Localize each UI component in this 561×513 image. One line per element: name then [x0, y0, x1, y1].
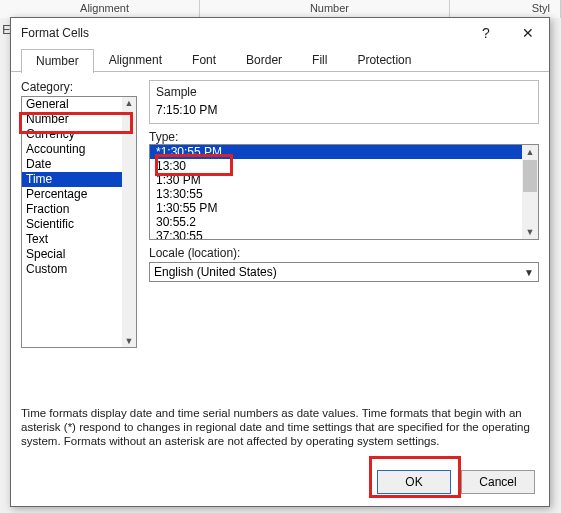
tab-protection[interactable]: Protection [342, 48, 426, 72]
cancel-button[interactable]: Cancel [461, 470, 535, 494]
category-scrollbar[interactable]: ▲ ▼ [122, 97, 136, 347]
type-item-2[interactable]: 1:30 PM [150, 173, 522, 187]
scroll-up-icon[interactable]: ▲ [125, 97, 134, 109]
type-item-6[interactable]: 37:30:55 [150, 229, 522, 239]
type-item-3[interactable]: 13:30:55 [150, 187, 522, 201]
ok-button[interactable]: OK [377, 470, 451, 494]
tab-font[interactable]: Font [177, 48, 231, 72]
tab-number[interactable]: Number [21, 49, 94, 73]
category-item-general[interactable]: General [22, 97, 122, 112]
ribbon-background: Alignment Number Styl [0, 0, 561, 18]
category-item-special[interactable]: Special [22, 247, 122, 262]
sample-box: Sample 7:15:10 PM [149, 80, 539, 124]
locale-select[interactable]: English (United States) ▼ [149, 262, 539, 282]
ribbon-group-styles: Styl [450, 0, 561, 18]
category-item-text[interactable]: Text [22, 232, 122, 247]
dialog-title: Format Cells [21, 26, 465, 40]
type-item-4[interactable]: 1:30:55 PM [150, 201, 522, 215]
type-item-0[interactable]: *1:30:55 PM [150, 145, 522, 159]
dialog-titlebar: Format Cells ? ✕ [11, 18, 549, 48]
ribbon-group-alignment: Alignment [0, 0, 200, 18]
dialog-tabs: Number Alignment Font Border Fill Protec… [11, 48, 549, 72]
category-list[interactable]: General Number Currency Accounting Date … [21, 96, 137, 348]
category-item-scientific[interactable]: Scientific [22, 217, 122, 232]
sample-label: Sample [156, 85, 532, 99]
type-item-5[interactable]: 30:55.2 [150, 215, 522, 229]
scrollbar-track[interactable] [522, 193, 538, 225]
type-label: Type: [149, 130, 539, 144]
scroll-up-icon[interactable]: ▲ [522, 145, 538, 159]
locale-label: Locale (location): [149, 246, 539, 260]
scrollbar-thumb[interactable] [523, 160, 537, 192]
type-item-1[interactable]: 13:30 [150, 159, 522, 173]
tab-border[interactable]: Border [231, 48, 297, 72]
format-cells-dialog: Format Cells ? ✕ Number Alignment Font B… [10, 17, 550, 507]
scroll-down-icon[interactable]: ▼ [125, 335, 134, 347]
category-item-accounting[interactable]: Accounting [22, 142, 122, 157]
sample-value: 7:15:10 PM [156, 103, 532, 117]
tab-fill[interactable]: Fill [297, 48, 342, 72]
ribbon-group-number: Number [200, 0, 450, 18]
help-button[interactable]: ? [465, 18, 507, 48]
category-item-percentage[interactable]: Percentage [22, 187, 122, 202]
locale-value: English (United States) [154, 265, 277, 279]
format-description: Time formats display date and time seria… [21, 406, 539, 448]
scroll-down-icon[interactable]: ▼ [522, 225, 538, 239]
dialog-footer: OK Cancel [21, 466, 539, 496]
dialog-body: Category: General Number Currency Accoun… [11, 72, 549, 506]
chevron-down-icon: ▼ [524, 267, 534, 278]
tab-alignment[interactable]: Alignment [94, 48, 177, 72]
close-button[interactable]: ✕ [507, 18, 549, 48]
type-scrollbar[interactable]: ▲ ▼ [522, 145, 538, 239]
category-item-time[interactable]: Time [22, 172, 122, 187]
category-item-number[interactable]: Number [22, 112, 122, 127]
category-item-date[interactable]: Date [22, 157, 122, 172]
category-item-custom[interactable]: Custom [22, 262, 122, 277]
category-label: Category: [21, 80, 137, 94]
category-item-fraction[interactable]: Fraction [22, 202, 122, 217]
category-item-currency[interactable]: Currency [22, 127, 122, 142]
type-list[interactable]: *1:30:55 PM 13:30 1:30 PM 13:30:55 1:30:… [149, 144, 539, 240]
